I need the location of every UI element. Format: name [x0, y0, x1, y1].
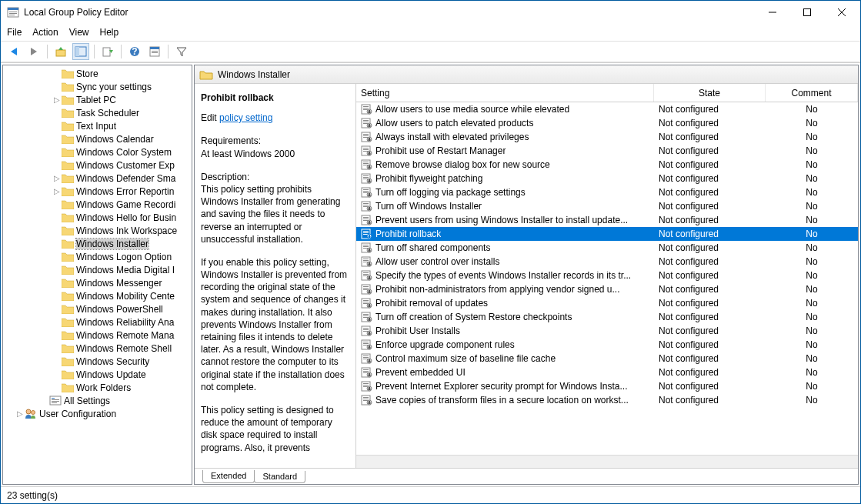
setting-comment: No [766, 104, 858, 115]
list-row[interactable]: Prevent embedded UINot configuredNo [356, 365, 858, 379]
forward-button[interactable] [25, 43, 42, 60]
list-row[interactable]: Always install with elevated privilegesN… [356, 130, 858, 144]
tree-item[interactable]: Windows Reliability Ana [3, 315, 192, 329]
svg-rect-170 [369, 375, 371, 376]
setting-comment: No [766, 395, 858, 406]
svg-rect-47 [363, 135, 369, 136]
horizontal-scrollbar[interactable] [356, 455, 858, 468]
tree-item-label: Windows Logon Option [76, 252, 172, 262]
menu-help[interactable]: Help [100, 27, 119, 38]
setting-comment: No [766, 325, 858, 336]
tree-item[interactable]: Windows PowerShell [3, 302, 192, 315]
tree-item[interactable]: Windows Security [3, 355, 192, 368]
menu-view[interactable]: View [69, 27, 89, 38]
tree-item[interactable]: Windows Messenger [3, 276, 192, 289]
navigation-tree[interactable]: StoreSync your settings▷Tablet PCTask Sc… [2, 65, 192, 485]
setting-state: Not configured [654, 132, 766, 142]
tree-item[interactable]: Windows Mobility Cente [3, 289, 192, 302]
svg-rect-27 [52, 401, 59, 402]
tree-item[interactable]: Windows Update [3, 368, 192, 381]
list-row[interactable]: Allow users to use media source while el… [356, 102, 858, 116]
setting-state: Not configured [654, 339, 766, 350]
list-row[interactable]: Prohibit rollbackNot configuredNo [356, 227, 858, 241]
tree-item[interactable]: Windows Remote Mana [3, 329, 192, 342]
tree-item[interactable]: ▷Tablet PC [3, 93, 192, 106]
tree-item[interactable]: Windows Logon Option [3, 250, 192, 263]
tree-item[interactable]: Windows Ink Workspace [3, 224, 192, 237]
svg-text:?: ? [132, 46, 137, 57]
help-button[interactable]: ? [126, 43, 143, 60]
tree-item[interactable]: Windows Remote Shell [3, 342, 192, 355]
up-button[interactable] [52, 43, 69, 60]
svg-rect-135 [369, 305, 371, 307]
setting-state: Not configured [654, 173, 766, 184]
tree-item[interactable]: Windows Color System [3, 145, 192, 159]
list-row[interactable]: Prevent Internet Explorer security promp… [356, 379, 858, 393]
tab-extended[interactable]: Extended [202, 470, 255, 483]
list-row[interactable]: Control maximum size of baseline file ca… [356, 352, 858, 365]
properties-button[interactable] [146, 43, 163, 60]
tree-item[interactable]: Windows Calendar [3, 132, 192, 145]
tree-item[interactable]: ▷Windows Error Reportin [3, 185, 192, 198]
tree-item[interactable]: Windows Customer Exp [3, 159, 192, 172]
list-row[interactable]: Prohibit non-administrators from applyin… [356, 282, 858, 296]
setting-name: Specify the types of events Windows Inst… [375, 270, 631, 281]
svg-rect-180 [363, 399, 369, 399]
tree-item[interactable]: Sync your settings [3, 80, 192, 93]
tree-item[interactable]: Text Input [3, 119, 192, 132]
menu-file[interactable]: File [7, 27, 22, 38]
show-hide-tree-button[interactable] [72, 43, 89, 60]
list-row[interactable]: Prohibit User InstallsNot configuredNo [356, 324, 858, 338]
tree-item[interactable]: Windows Media Digital I [3, 263, 192, 276]
list-row[interactable]: Remove browse dialog box for new sourceN… [356, 158, 858, 172]
toolbar: ? [1, 41, 860, 62]
description-label: Description: [201, 171, 349, 183]
list-row[interactable]: Save copies of transform files in a secu… [356, 393, 858, 407]
tree-item[interactable]: Task Scheduler [3, 106, 192, 119]
expander-icon[interactable]: ▷ [52, 188, 62, 195]
minimize-button[interactable] [755, 2, 789, 24]
tree-item-label: Store [76, 68, 98, 79]
tree-item[interactable]: All Settings [3, 394, 192, 407]
menu-action[interactable]: Action [32, 27, 58, 38]
svg-marker-10 [31, 48, 37, 55]
tree-item[interactable]: ▷User Configuration [3, 407, 192, 420]
filter-button[interactable] [173, 43, 190, 60]
tree-item[interactable]: Store [3, 67, 192, 80]
back-button[interactable] [5, 43, 22, 60]
column-state[interactable]: State [654, 84, 766, 102]
expander-icon[interactable]: ▷ [52, 96, 62, 104]
tree-item[interactable]: ▷Windows Defender Sma [3, 172, 192, 185]
list-row[interactable]: Turn off Windows InstallerNot configured… [356, 199, 858, 213]
tree-item[interactable]: Windows Game Recordi [3, 198, 192, 211]
list-row[interactable]: Enforce upgrade component rulesNot confi… [356, 338, 858, 352]
list-row[interactable]: Allow users to patch elevated productsNo… [356, 116, 858, 130]
list-row[interactable]: Prohibit removal of updatesNot configure… [356, 296, 858, 310]
tree-item[interactable]: Windows Hello for Busin [3, 211, 192, 224]
setting-comment: No [766, 229, 858, 239]
list-row[interactable]: Turn off shared componentsNot configured… [356, 241, 858, 255]
expander-icon[interactable]: ▷ [15, 410, 25, 418]
close-button[interactable] [824, 2, 859, 24]
list-row[interactable]: Allow user control over installsNot conf… [356, 255, 858, 269]
list-row[interactable]: Turn off creation of System Restore chec… [356, 310, 858, 324]
list-header: Setting State Comment [356, 84, 858, 102]
svg-rect-32 [363, 106, 369, 107]
export-button[interactable] [99, 43, 116, 60]
statusbar: 23 setting(s) [1, 486, 860, 503]
list-row[interactable]: Prevent users from using Windows Install… [356, 213, 858, 227]
svg-rect-110 [363, 260, 369, 261]
list-row[interactable]: Turn off logging via package settingsNot… [356, 185, 858, 199]
edit-policy-link[interactable]: policy setting [219, 112, 272, 123]
svg-rect-93 [369, 222, 371, 224]
tree-item[interactable]: Work Folders [3, 381, 192, 394]
expander-icon[interactable]: ▷ [52, 175, 62, 182]
column-setting[interactable]: Setting [356, 84, 654, 102]
tab-standard[interactable]: Standard [254, 471, 305, 483]
column-comment[interactable]: Comment [766, 84, 858, 102]
list-row[interactable]: Prohibit use of Restart ManagerNot confi… [356, 144, 858, 158]
tree-item[interactable]: Windows Installer [3, 237, 192, 250]
list-row[interactable]: Specify the types of events Windows Inst… [356, 269, 858, 282]
maximize-button[interactable] [789, 2, 824, 24]
list-row[interactable]: Prohibit flyweight patchingNot configure… [356, 172, 858, 185]
